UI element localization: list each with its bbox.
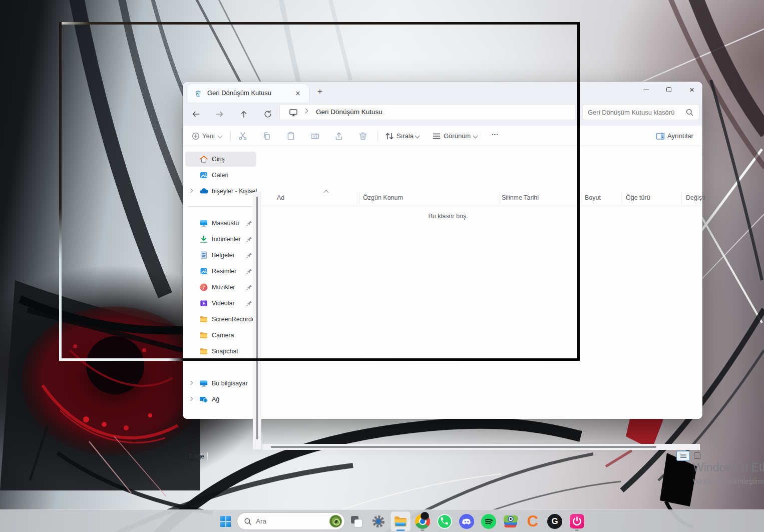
column-separator[interactable]: [681, 193, 681, 204]
music-icon: ♪: [199, 283, 208, 292]
file-explorer-button[interactable]: [391, 511, 411, 531]
details-view-toggle[interactable]: [676, 451, 690, 461]
pink-screen-recorder-button[interactable]: [567, 511, 587, 531]
column-separator[interactable]: [621, 193, 621, 204]
address-bar[interactable]: Geri Dönüşüm Kutusu: [279, 104, 576, 120]
maximize-button[interactable]: [657, 82, 680, 99]
column-separator[interactable]: [498, 193, 498, 204]
close-button[interactable]: ×: [680, 82, 703, 99]
copy-icon: [262, 131, 272, 141]
up-button[interactable]: [235, 107, 252, 122]
pink-app-icon: [570, 514, 584, 528]
sidebar-item-home[interactable]: Giriş: [185, 152, 256, 167]
sidebar-item-videos[interactable]: Videolar: [185, 296, 256, 311]
column-separator[interactable]: [359, 193, 359, 204]
sidebar-item-music[interactable]: ♪ Müzikler: [185, 280, 256, 295]
whatsapp-icon: [437, 514, 452, 529]
logitech-g-button[interactable]: G: [545, 511, 565, 531]
column-header-name[interactable]: Ad: [277, 194, 284, 201]
forward-button[interactable]: [211, 107, 228, 122]
column-separator[interactable]: [581, 193, 581, 204]
sidebar-item-label: Belgeler: [212, 252, 235, 259]
copy-button[interactable]: [258, 128, 275, 144]
rename-button[interactable]: A: [306, 128, 323, 144]
active-app-indicator: [397, 529, 405, 531]
sidebar-item-onedrive[interactable]: bişeyler - Kişisel: [185, 184, 256, 199]
column-header-modified[interactable]: Değişti: [686, 194, 705, 201]
sidebar-item-label: ScreenRecorder: [212, 316, 257, 323]
plus-circle-icon: [191, 132, 200, 141]
breadcrumb-path[interactable]: Geri Dönüşüm Kutusu: [316, 108, 383, 116]
column-header-size[interactable]: Boyut: [585, 194, 601, 201]
command-bar: Yeni: [183, 126, 702, 146]
settings-button[interactable]: [368, 511, 389, 531]
chevron-right-icon[interactable]: [189, 397, 193, 401]
logitech-g-icon: G: [547, 514, 562, 529]
back-button[interactable]: [187, 107, 204, 122]
running-app-indicator: [421, 529, 425, 531]
pin-icon: [246, 268, 253, 275]
view-lines-icon: [432, 131, 442, 141]
details-pane-button[interactable]: Ayrıntılar: [654, 128, 699, 144]
sidebar-scrollbar-thumb[interactable]: [256, 197, 258, 439]
minimize-button[interactable]: [634, 82, 657, 99]
gallery-icon: [199, 171, 208, 180]
whatsapp-button[interactable]: [435, 511, 455, 531]
discord-button[interactable]: [457, 511, 477, 531]
sidebar-item-pictures[interactable]: Resimler: [185, 264, 256, 279]
sidebar-item-label: Müzikler: [212, 284, 235, 291]
sidebar-item-downloads[interactable]: İndirilenler: [185, 232, 256, 247]
paste-icon: [286, 131, 296, 141]
more-options-button[interactable]: ...: [488, 128, 504, 144]
new-tab-button[interactable]: +: [314, 86, 326, 98]
explorer-tab[interactable]: Geri Dönüşüm Kutusu ✕: [187, 84, 309, 103]
large-icons-view-toggle[interactable]: [692, 451, 703, 461]
running-app-indicator: [575, 529, 579, 531]
sidebar-item-documents[interactable]: Belgeler: [185, 248, 256, 263]
delete-button[interactable]: [354, 128, 371, 144]
sidebar-item-gallery[interactable]: Galeri: [185, 168, 256, 183]
taskbar-search[interactable]: [237, 513, 344, 529]
documents-icon: [199, 251, 208, 260]
crunchyroll-icon: C: [527, 514, 538, 529]
chevron-right-icon[interactable]: [189, 189, 193, 193]
crunchyroll-button[interactable]: C: [523, 511, 543, 531]
tab-close-icon[interactable]: ✕: [292, 88, 303, 99]
taskbar-search-input[interactable]: [256, 517, 321, 525]
sidebar-item-label: Camera: [212, 332, 234, 339]
search-box[interactable]: [582, 104, 699, 120]
paste-button[interactable]: [282, 128, 299, 144]
share-button[interactable]: [330, 128, 347, 144]
task-view-button[interactable]: [346, 511, 366, 531]
spotify-button[interactable]: [479, 511, 499, 531]
sidebar-item-screenrecorder[interactable]: ScreenRecorder: [185, 312, 256, 327]
view-button[interactable]: Görünüm: [430, 128, 480, 144]
sidebar-item-camera[interactable]: Camera: [185, 328, 256, 343]
bluestacks-icon: [503, 514, 518, 529]
column-header-delete-date[interactable]: Silinme Tarihi: [502, 194, 539, 201]
sidebar-item-network[interactable]: Ağ: [185, 392, 256, 407]
search-icon: [685, 108, 694, 117]
chevron-right-icon[interactable]: [189, 381, 193, 385]
refresh-button[interactable]: [259, 107, 276, 122]
horizontal-scrollbar-thumb[interactable]: [271, 446, 656, 448]
column-header-item-type[interactable]: Öğe türü: [626, 194, 650, 201]
new-button[interactable]: Yeni: [189, 128, 224, 144]
bluestacks-button[interactable]: [501, 511, 521, 531]
cut-button[interactable]: [234, 128, 251, 144]
sidebar-item-desktop[interactable]: Masaüstü: [185, 216, 256, 231]
sidebar-item-label: İndirilenler: [212, 236, 241, 243]
item-count: 0 öğe: [189, 453, 204, 460]
sidebar-item-this-pc[interactable]: Bu bilgisayar: [185, 376, 256, 391]
column-header-original-location[interactable]: Özgün Konum: [363, 194, 403, 201]
sort-button[interactable]: Sırala: [383, 128, 422, 144]
watermark-line1: Windows'u Etkin: [693, 461, 764, 474]
sidebar-item-label: Resimler: [212, 268, 236, 275]
sidebar-item-snapchat[interactable]: Snapchat: [185, 344, 256, 359]
pin-icon: [246, 236, 253, 243]
search-highlight-image[interactable]: [329, 515, 342, 527]
chrome-button[interactable]: [413, 511, 433, 531]
annotation-rectangle-bottom: [59, 358, 580, 361]
start-button[interactable]: [215, 511, 235, 531]
search-input[interactable]: [588, 105, 683, 119]
